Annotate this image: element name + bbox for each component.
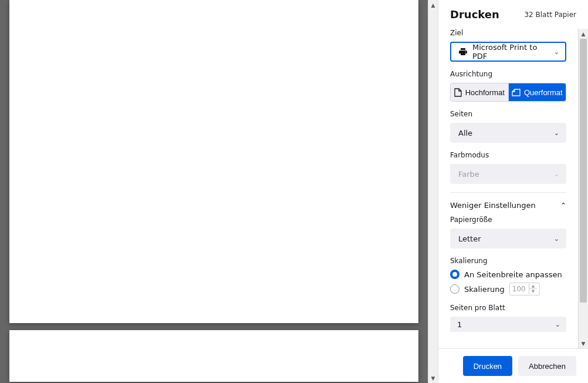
cancel-button[interactable]: Abbrechen	[518, 356, 576, 376]
pages-per-sheet-select[interactable]: 1 ⌄	[450, 317, 566, 332]
radio-checked-icon	[450, 270, 459, 279]
pages-per-sheet-label: Seiten pro Blatt	[450, 304, 566, 312]
landscape-page-icon	[512, 89, 521, 96]
stepper-down-icon[interactable]: ▼	[529, 289, 537, 294]
orientation-label: Ausrichtung	[450, 70, 566, 78]
settings-toggle-label: Weniger Einstellungen	[450, 201, 536, 210]
paper-size-label: Papiergröße	[450, 216, 566, 224]
preview-pane: ▲ ▼	[0, 0, 438, 383]
scroll-up-icon[interactable]: ▲	[579, 29, 588, 39]
paper-size-value: Letter	[458, 234, 554, 243]
fit-width-radio[interactable]: An Seitenbreite anpassen	[450, 270, 566, 279]
radio-unchecked-icon	[450, 284, 459, 294]
scaling-group: Skalierung An Seitenbreite anpassen Skal…	[450, 257, 566, 295]
orientation-portrait-button[interactable]: Hochformat	[451, 83, 509, 101]
scroll-up-icon[interactable]: ▲	[428, 0, 438, 10]
scroll-down-icon[interactable]: ▼	[579, 338, 588, 348]
destination-value: Microsoft Print to PDF	[472, 43, 554, 61]
color-label: Farbmodus	[450, 151, 566, 159]
destination-label: Ziel	[450, 29, 566, 37]
orientation-toggle: Hochformat Querformat	[450, 83, 566, 102]
print-settings-sidebar: Drucken 32 Blatt Papier Ziel Microsoft P…	[438, 0, 588, 383]
sheet-count: 32 Blatt Papier	[524, 11, 576, 19]
color-group: Farbmodus Farbe ⌄	[450, 151, 566, 184]
portrait-page-icon	[454, 88, 462, 97]
chevron-down-icon: ⌄	[555, 321, 560, 328]
sidebar-body: Ziel Microsoft Print to PDF ⌄ Ausrichtun…	[438, 29, 588, 348]
custom-scale-radio[interactable]: Skalierung	[450, 284, 505, 294]
scaling-label: Skalierung	[450, 257, 566, 265]
scale-value-input[interactable]: 100 ▲ ▼	[509, 283, 540, 295]
sidebar-footer: Drucken Abbrechen	[438, 348, 588, 383]
paper-size-group: Papiergröße Letter ⌄	[450, 216, 566, 248]
sidebar-scrollbar[interactable]: ▲ ▼	[578, 29, 588, 348]
settings-toggle[interactable]: Weniger Einstellungen ⌃	[450, 192, 566, 216]
destination-group: Ziel Microsoft Print to PDF ⌄	[450, 29, 566, 62]
chevron-down-icon: ⌄	[554, 48, 559, 56]
print-button[interactable]: Drucken	[463, 356, 512, 376]
orientation-landscape-button[interactable]: Querformat	[509, 83, 566, 101]
destination-select[interactable]: Microsoft Print to PDF ⌄	[450, 42, 566, 62]
scroll-down-icon[interactable]: ▼	[428, 373, 438, 383]
pages-label: Seiten	[450, 110, 566, 118]
chevron-up-icon: ⌃	[560, 201, 566, 210]
chevron-down-icon: ⌄	[554, 129, 559, 137]
color-select: Farbe ⌄	[450, 164, 566, 184]
preview-scrollbar[interactable]: ▲ ▼	[428, 0, 438, 383]
chevron-down-icon: ⌄	[554, 170, 559, 178]
pages-select[interactable]: Alle ⌄	[450, 123, 566, 143]
preview-page-2	[9, 330, 418, 382]
scrollbar-thumb[interactable]	[580, 39, 587, 303]
stepper-up-icon[interactable]: ▲	[529, 284, 537, 289]
paper-size-select[interactable]: Letter ⌄	[450, 229, 566, 248]
preview-page-1	[9, 0, 418, 323]
chevron-down-icon: ⌄	[554, 235, 559, 243]
print-dialog: ▲ ▼ Drucken 32 Blatt Papier Ziel Microso…	[0, 0, 588, 383]
orientation-group: Ausrichtung Hochformat Querf	[450, 70, 566, 102]
pages-value: Alle	[458, 129, 554, 137]
color-value: Farbe	[458, 170, 554, 179]
preview-scroll[interactable]	[0, 0, 428, 383]
pages-per-sheet-value: 1	[457, 320, 462, 329]
pages-group: Seiten Alle ⌄	[450, 110, 566, 143]
pages-per-sheet-group: Seiten pro Blatt 1 ⌄	[450, 304, 566, 332]
dialog-title: Drucken	[450, 8, 499, 21]
printer-icon	[458, 47, 468, 56]
sidebar-header: Drucken 32 Blatt Papier	[438, 0, 588, 29]
